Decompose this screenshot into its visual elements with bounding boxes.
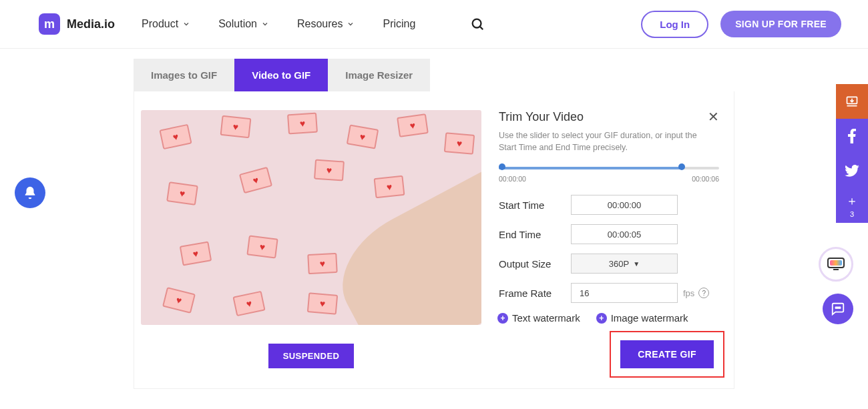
caret-down-icon: ▼	[633, 260, 640, 268]
share-rail: ＋ 3	[836, 84, 868, 223]
share-facebook[interactable]	[836, 119, 868, 153]
nav-resources[interactable]: Resoures	[297, 18, 355, 30]
nav-pricing-label: Pricing	[383, 18, 415, 30]
login-button[interactable]: Log In	[641, 11, 708, 38]
close-icon[interactable]: ✕	[708, 109, 719, 125]
share-download[interactable]	[836, 84, 868, 119]
svg-rect-6	[830, 260, 842, 266]
video-column: ♥ ♥ ♥ ♥ ♥ ♥ ♥ ♥ ♥ ♥ ♥ ♥ ♥ ♥ ♥ ♥ ♥ ♥ ♥ ♥ …	[141, 110, 481, 368]
trim-title: Trim Your Video	[499, 110, 719, 124]
monitor-icon	[827, 258, 845, 271]
svg-point-0	[473, 19, 481, 28]
add-image-watermark[interactable]: + Image watermark	[596, 312, 688, 324]
slider-max-label: 00:00:06	[692, 175, 719, 183]
chevron-down-icon	[261, 20, 269, 28]
signup-button[interactable]: SIGN UP FOR FREE	[720, 11, 841, 37]
chat-fab[interactable]	[823, 294, 853, 324]
add-text-watermark[interactable]: + Text watermark	[497, 312, 580, 324]
tab-image-resizer[interactable]: Image Resizer	[328, 59, 430, 91]
logo[interactable]: m Media.io	[39, 13, 115, 35]
svg-point-9	[837, 307, 839, 308]
trim-slider[interactable]	[499, 165, 719, 171]
trim-description: Use the slider to select your GIF durati…	[499, 129, 699, 153]
image-watermark-label: Image watermark	[611, 312, 688, 324]
output-size-select[interactable]: 360P ▼	[571, 254, 678, 274]
create-gif-button[interactable]: CREATE GIF	[620, 340, 714, 368]
output-size-label: Output Size	[499, 258, 571, 270]
chevron-down-icon	[182, 20, 190, 28]
plus-circle-icon: +	[497, 313, 508, 324]
logo-mark-icon: m	[39, 13, 60, 35]
editor-panel: ♥ ♥ ♥ ♥ ♥ ♥ ♥ ♥ ♥ ♥ ♥ ♥ ♥ ♥ ♥ ♥ ♥ ♥ ♥ ♥ …	[134, 91, 734, 389]
end-time-label: End Time	[499, 229, 571, 240]
start-time-label: Start Time	[499, 199, 571, 211]
chat-icon	[831, 302, 845, 316]
video-preview[interactable]: ♥ ♥ ♥ ♥ ♥ ♥ ♥ ♥ ♥ ♥ ♥ ♥ ♥ ♥ ♥ ♥ ♥ ♥ ♥ ♥	[141, 110, 481, 325]
download-icon	[845, 95, 859, 108]
nav-resources-label: Resoures	[297, 18, 343, 30]
create-gif-highlight: CREATE GIF	[610, 331, 724, 378]
svg-point-8	[835, 307, 837, 308]
tab-images-to-gif[interactable]: Images to GIF	[134, 59, 234, 91]
text-watermark-label: Text watermark	[512, 312, 580, 324]
share-more[interactable]: ＋ 3	[836, 188, 868, 223]
nav-product[interactable]: Product	[142, 18, 190, 30]
slider-min-label: 00:00:00	[499, 175, 526, 183]
twitter-icon	[845, 165, 859, 177]
notification-fab[interactable]	[15, 177, 45, 208]
bell-icon	[23, 185, 37, 200]
frame-rate-input[interactable]	[571, 283, 678, 303]
start-time-input[interactable]	[571, 195, 678, 215]
nav-solution[interactable]: Solution	[218, 18, 269, 30]
watermark-row: + Text watermark + Image watermark	[497, 312, 719, 324]
nav-pricing[interactable]: Pricing	[383, 18, 415, 30]
nav-solution-label: Solution	[218, 18, 257, 30]
fps-label: fps	[683, 288, 694, 298]
plus-circle-icon: +	[596, 313, 607, 324]
chevron-down-icon	[347, 20, 355, 28]
slider-range-labels: 00:00:00 00:00:06	[499, 175, 719, 183]
share-twitter[interactable]	[836, 153, 868, 188]
frame-rate-label: Frame Rate	[499, 288, 571, 299]
suspended-button[interactable]: SUSPENDED	[268, 344, 355, 368]
brand-name: Media.io	[67, 17, 115, 31]
output-size-value: 360P	[609, 259, 629, 269]
plus-icon: ＋	[846, 193, 858, 209]
nav: Product Solution Resoures Pricing	[142, 17, 485, 31]
facebook-icon	[848, 129, 856, 143]
svg-line-1	[481, 27, 483, 29]
tab-video-to-gif[interactable]: Video to GIF	[234, 59, 328, 91]
tabs: Images to GIF Video to GIF Image Resizer	[134, 59, 868, 91]
header: m Media.io Product Solution Resoures Pri…	[0, 0, 868, 49]
form-column: Trim Your Video ✕ Use the slider to sele…	[499, 110, 719, 368]
end-time-input[interactable]	[571, 224, 678, 244]
share-count: 3	[850, 210, 854, 218]
svg-point-10	[839, 307, 841, 308]
header-right: Log In SIGN UP FOR FREE	[641, 11, 841, 38]
help-icon[interactable]: ?	[698, 288, 709, 298]
theme-fab[interactable]	[819, 247, 853, 282]
search-icon[interactable]	[470, 17, 485, 31]
nav-product-label: Product	[142, 18, 178, 30]
